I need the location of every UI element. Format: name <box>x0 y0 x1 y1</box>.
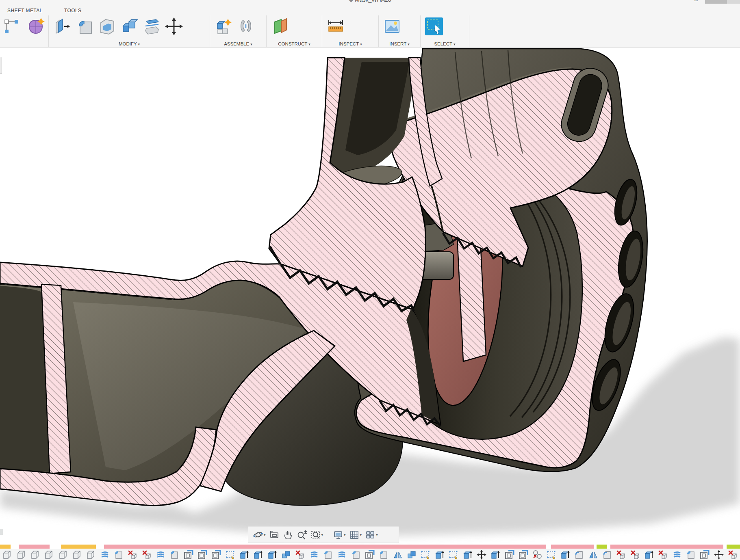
move-copy-icon[interactable] <box>165 17 183 36</box>
browser-panel-edge[interactable] <box>0 57 2 74</box>
chevron-down-icon[interactable]: ▾ <box>360 533 362 537</box>
toolbar-group-label[interactable]: MODIFY ▾ <box>49 41 210 46</box>
timeline-feature-shell-14[interactable] <box>195 549 209 560</box>
orbit-icon[interactable]: ▾ <box>252 528 267 542</box>
timeline-feature-fillet-8[interactable] <box>112 549 126 560</box>
toolbar-group-label[interactable]: SELECT ▾ <box>421 41 469 46</box>
timeline-feature-box-4[interactable] <box>56 549 69 560</box>
timeline-marker-pink-6[interactable] <box>610 545 723 549</box>
timeline-feature-move-51[interactable] <box>712 549 726 560</box>
timeline-feature-delete-45[interactable] <box>628 549 642 560</box>
timeline-marker-pink-3[interactable] <box>104 545 546 549</box>
viewports-icon[interactable]: ▾ <box>364 528 379 542</box>
timeline-feature-shell-13[interactable] <box>181 549 195 560</box>
timeline-marker-yellow-2[interactable] <box>61 545 96 549</box>
press-pull-icon[interactable] <box>53 17 72 36</box>
measure-icon[interactable] <box>326 17 345 36</box>
timeline-feature-thread-48[interactable] <box>670 549 684 560</box>
timeline-feature-thread-22[interactable] <box>307 549 321 560</box>
timeline-feature-sketch-30[interactable] <box>419 549 432 560</box>
toolbar-group-label[interactable]: ASSEMBLE ▾ <box>210 41 266 46</box>
timeline-feature-extrude-35[interactable] <box>488 549 502 560</box>
timeline-feature-mirror-28[interactable] <box>391 549 405 560</box>
timeline-feature-delete-44[interactable] <box>614 549 628 560</box>
shell-icon[interactable] <box>98 17 116 36</box>
timeline-feature-thread-24[interactable] <box>335 549 349 560</box>
viewport-3d[interactable] <box>0 0 740 560</box>
grid-snap-icon[interactable]: ▾ <box>348 528 363 542</box>
timeline-feature-combine-29[interactable] <box>405 549 419 560</box>
sketch-palette-icon[interactable] <box>4 17 23 36</box>
timeline-marker-green-5[interactable] <box>597 545 607 549</box>
chevron-down-icon[interactable]: ▾ <box>376 533 378 537</box>
timeline-feature-mirror-42[interactable] <box>586 549 600 560</box>
select-icon[interactable] <box>425 17 443 36</box>
construction-plane-icon[interactable] <box>271 17 289 36</box>
timeline-feature-extrude-46[interactable] <box>642 549 656 560</box>
toolbar-group-label[interactable]: INSERT ▾ <box>379 41 420 46</box>
create-form-icon[interactable] <box>26 17 45 36</box>
timeline-feature-shell-50[interactable] <box>698 549 712 560</box>
timeline-feature-thread-7[interactable] <box>98 549 111 560</box>
window-control-partial-1[interactable] <box>705 0 727 4</box>
timeline-feature-shell-15[interactable] <box>209 549 223 560</box>
timeline-feature-box-6[interactable] <box>84 549 98 560</box>
timeline-feature-box-5[interactable] <box>70 549 84 560</box>
timeline-feature-shell-37[interactable] <box>516 549 530 560</box>
zoom-window-icon[interactable]: ▾ <box>309 528 325 542</box>
timeline-feature-extrude-33[interactable] <box>460 549 474 560</box>
new-component-icon[interactable] <box>214 17 233 36</box>
timeline-feature-shell-26[interactable] <box>363 549 377 560</box>
window-control-partial-2[interactable] <box>727 0 740 4</box>
timeline-feature-delete-21[interactable] <box>293 549 307 560</box>
timeline-feature-box-1[interactable] <box>14 549 28 560</box>
tab-tools[interactable]: TOOLS <box>64 8 81 13</box>
display-settings-icon[interactable]: ▾ <box>332 528 347 542</box>
fillet-icon[interactable] <box>75 17 94 36</box>
pan-icon[interactable] <box>282 528 295 542</box>
timeline-feature-filletround-43[interactable] <box>600 549 614 560</box>
timeline-marker-pink-1[interactable] <box>19 545 50 549</box>
timeline-feature-extrude-19[interactable] <box>265 549 279 560</box>
tab-sheet-metal[interactable]: SHEET METAL <box>7 8 43 13</box>
timeline-feature-extrude-31[interactable] <box>433 549 447 560</box>
timeline-feature-box-3[interactable] <box>42 549 56 560</box>
timeline-feature-box-0[interactable] <box>0 549 14 560</box>
split-body-icon[interactable] <box>142 17 161 36</box>
chevron-down-icon[interactable]: ▾ <box>321 533 323 537</box>
joint-icon[interactable] <box>237 17 255 36</box>
timeline-feature-fillet-25[interactable] <box>349 549 363 560</box>
window-menu-dots[interactable]: ••• <box>691 0 701 4</box>
timeline-feature-sketch-32[interactable] <box>447 549 460 560</box>
chevron-down-icon[interactable]: ▾ <box>264 533 266 537</box>
timeline-feature-combine-20[interactable] <box>279 549 293 560</box>
toolbar-group-label[interactable]: CONSTRUCT ▾ <box>267 41 322 46</box>
timeline-feature-sketch-39[interactable] <box>544 549 558 560</box>
timeline-feature-delete-47[interactable] <box>656 549 670 560</box>
timeline-feature-delete-10[interactable] <box>139 549 153 560</box>
insert-canvas-icon[interactable] <box>383 17 401 36</box>
timeline-marker-green-7[interactable] <box>727 545 740 549</box>
timeline-marker-pink-4[interactable] <box>551 545 594 549</box>
combine-icon[interactable] <box>120 17 139 36</box>
zoom-icon[interactable] <box>295 528 308 542</box>
timeline-marker-bar[interactable] <box>0 545 740 549</box>
timeline-feature-delete-9[interactable] <box>126 549 139 560</box>
chevron-down-icon[interactable]: ▾ <box>344 533 346 537</box>
timeline-feature-fillet-12[interactable] <box>167 549 181 560</box>
timeline-feature-sketch-16[interactable] <box>224 549 237 560</box>
toolbar-group-label[interactable]: INSPECT ▾ <box>322 41 378 46</box>
timeline-feature-shell-36[interactable] <box>502 549 516 560</box>
timeline-feature-thread-11[interactable] <box>154 549 167 560</box>
timeline-feature-filletround-41[interactable] <box>572 549 586 560</box>
timeline-feature-fillet-27[interactable] <box>377 549 391 560</box>
timeline-feature-extrude-17[interactable] <box>237 549 251 560</box>
timeline-feature-extrude-40[interactable] <box>558 549 572 560</box>
timeline-feature-move-34[interactable] <box>475 549 488 560</box>
look-at-icon[interactable] <box>268 528 281 542</box>
timeline-feature-link-38[interactable] <box>530 549 544 560</box>
timeline-feature-fillet-23[interactable] <box>321 549 335 560</box>
timeline-marker-yellow-0[interactable] <box>0 545 11 549</box>
timeline-feature-extrude-18[interactable] <box>251 549 265 560</box>
timeline-feature-delete-52[interactable] <box>726 549 740 560</box>
